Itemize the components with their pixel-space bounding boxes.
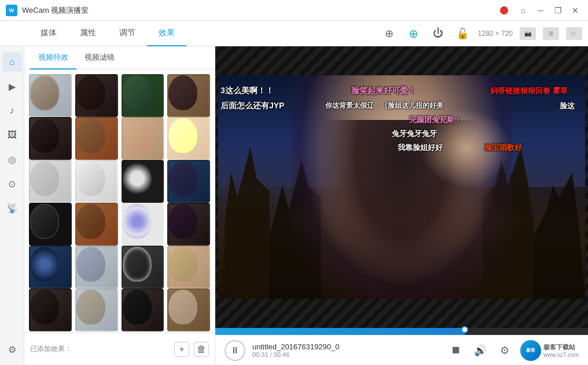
effect-item-19[interactable] xyxy=(122,246,164,289)
effect-item-10[interactable] xyxy=(75,160,118,203)
tab-effects[interactable]: 效果 xyxy=(147,21,186,46)
app-title: WeCam 视频演播室 xyxy=(22,5,500,16)
file-info: untitled_201676319290_0 00:31 / 00:46 xyxy=(252,342,440,358)
effect-item-22[interactable] xyxy=(75,289,118,331)
window-controls: ⌂ ─ ❐ ✕ xyxy=(500,3,582,17)
tab-media[interactable]: 媒体 xyxy=(29,21,68,46)
panel-tabs: 视频特效 视频滤镜 xyxy=(24,46,215,70)
file-name: untitled_201676319290_0 xyxy=(252,342,440,351)
stop-button[interactable]: ⏹ xyxy=(447,342,465,359)
add-effect-button[interactable]: + xyxy=(174,342,189,357)
toolbar-right: ⊕ ⊕ ⏻ 🔓 1280 × 720 📷 ⊞ ▷ xyxy=(381,25,582,42)
effect-item-2[interactable] xyxy=(75,74,118,117)
sidebar-icon-music[interactable]: ♪ xyxy=(2,101,22,121)
timeline-progress xyxy=(215,328,465,335)
logo-text-area: 极客下载站 www.xz7.com xyxy=(543,343,579,358)
app-logo: W xyxy=(6,5,17,16)
logo-main-text: 极客下载站 xyxy=(543,343,579,352)
file-time: 00:31 / 00:46 xyxy=(252,351,440,358)
effect-item-12[interactable] xyxy=(167,160,210,203)
close-button[interactable]: ✕ xyxy=(568,3,582,17)
panel-tab-video-filters[interactable]: 视频滤镜 xyxy=(76,46,123,70)
play-pause-icon: ⏸ xyxy=(230,345,240,356)
screenshot-btn[interactable]: 📷 xyxy=(520,27,536,40)
minimize-button[interactable]: ─ xyxy=(534,3,547,17)
effect-item-11[interactable] xyxy=(122,160,164,203)
effect-item-16[interactable] xyxy=(167,203,210,246)
stream-btn[interactable]: ▷ xyxy=(566,27,582,40)
layers-icon[interactable]: ⊕ xyxy=(381,25,398,42)
effects-panel: 视频特效 视频滤镜 xyxy=(24,46,215,365)
tab-properties[interactable]: 属性 xyxy=(68,21,108,46)
video-area: 3这么美啊！！ 后面怎么还有JYP 脸笑起来好可爱！ 你这背景太假辽，（脸姐这儿… xyxy=(215,46,588,365)
logo-circle: 极客 xyxy=(520,340,541,361)
video-content: 3这么美啊！！ 后面怎么还有JYP 脸笑起来好可爱！ 你这背景太假辽，（脸姐这儿… xyxy=(218,75,585,299)
effect-item-8[interactable] xyxy=(167,117,210,160)
effect-item-13[interactable] xyxy=(29,203,72,246)
timeline[interactable] xyxy=(215,328,588,335)
sidebar-icon-broadcast[interactable]: 📡 xyxy=(2,198,22,218)
tab-adjust[interactable]: 调节 xyxy=(108,21,147,46)
added-label: 已添加效果： xyxy=(30,344,170,354)
total-time: 00:46 xyxy=(274,351,290,358)
timeline-thumb[interactable] xyxy=(461,326,468,333)
player-controls: ⏸ untitled_201676319290_0 00:31 / 00:46 … xyxy=(215,335,588,365)
add-icon[interactable]: ⊕ xyxy=(405,25,422,42)
titlebar: W WeCam 视频演播室 ⌂ ─ ❐ ✕ xyxy=(0,0,588,21)
record-dot xyxy=(500,6,508,14)
left-sidebar: ⌂ ▶ ♪ 🖼 ◎ ⊙ 📡 ⚙ xyxy=(0,46,24,365)
panel-tab-video-effects[interactable]: 视频特效 xyxy=(30,46,76,70)
effect-item-17[interactable] xyxy=(29,246,72,289)
effect-item-1[interactable] xyxy=(29,74,72,117)
power-icon[interactable]: ⏻ xyxy=(429,25,447,42)
current-time: 00:31 xyxy=(252,351,269,358)
effect-item-6[interactable] xyxy=(75,117,118,160)
added-effects-bar: 已添加效果： + 🗑 xyxy=(24,333,215,365)
svg-marker-3 xyxy=(534,172,585,299)
effect-item-9[interactable] xyxy=(29,160,72,203)
effect-item-21[interactable] xyxy=(29,289,72,331)
effects-grid xyxy=(24,70,215,333)
sidebar-icon-record[interactable]: ⊙ xyxy=(2,174,22,194)
sidebar-icon-image[interactable]: 🖼 xyxy=(2,125,22,145)
settings-button[interactable]: ⚙ xyxy=(496,342,513,359)
play-pause-button[interactable]: ⏸ xyxy=(225,340,245,361)
video-container: 3这么美啊！！ 后面怎么还有JYP 脸笑起来好可爱！ 你这背景太假辽，（脸姐这儿… xyxy=(215,46,588,328)
logo-url-text: www.xz7.com xyxy=(543,352,579,358)
record-btn[interactable]: ⊞ xyxy=(543,27,559,40)
sidebar-icon-video[interactable]: ▶ xyxy=(2,76,22,96)
delete-effect-button[interactable]: 🗑 xyxy=(194,342,209,357)
sidebar-icon-settings[interactable]: ⚙ xyxy=(2,340,22,359)
effect-item-23[interactable] xyxy=(122,289,164,331)
effect-item-3[interactable] xyxy=(122,74,164,117)
home-titlebar-icon[interactable]: ⌂ xyxy=(516,3,530,17)
watermark-logo: 极客 极客下载站 www.xz7.com xyxy=(520,340,579,361)
effect-item-4[interactable] xyxy=(167,74,210,117)
lock-icon[interactable]: 🔓 xyxy=(454,25,471,42)
logo-inner-text: 极客 xyxy=(526,347,535,353)
volume-button[interactable]: 🔊 xyxy=(472,342,489,359)
toolbar: 媒体 属性 调节 效果 ⊕ ⊕ ⏻ 🔓 1280 × 720 📷 ⊞ ▷ xyxy=(0,21,588,46)
effect-item-7[interactable] xyxy=(122,117,164,160)
main-layout: ⌂ ▶ ♪ 🖼 ◎ ⊙ 📡 ⚙ 视频特效 视频滤镜 xyxy=(0,46,588,365)
effect-item-20[interactable] xyxy=(167,246,210,289)
effect-item-15[interactable] xyxy=(122,203,164,246)
resolution-text: 1280 × 720 xyxy=(478,30,513,38)
effect-item-5[interactable] xyxy=(29,117,72,160)
video-frame: 3这么美啊！！ 后面怎么还有JYP 脸笑起来好可爱！ 你这背景太假辽，（脸姐这儿… xyxy=(218,75,585,299)
effect-item-24[interactable] xyxy=(167,289,210,331)
restore-button[interactable]: ❐ xyxy=(551,3,565,17)
effect-item-14[interactable] xyxy=(75,203,118,246)
sidebar-icon-home[interactable]: ⌂ xyxy=(2,52,22,72)
svg-marker-0 xyxy=(225,147,270,299)
effect-item-18[interactable] xyxy=(75,246,118,289)
sidebar-icon-camera[interactable]: ◎ xyxy=(2,149,22,169)
